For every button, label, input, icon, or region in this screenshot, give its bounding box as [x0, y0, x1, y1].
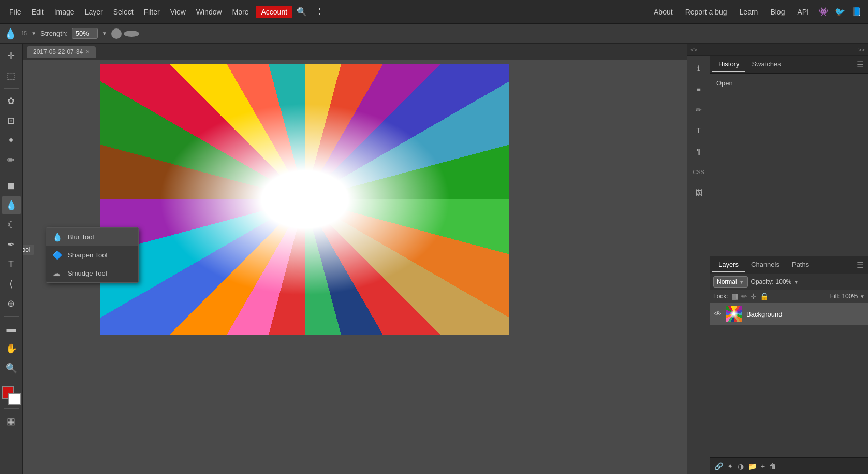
channels-tab[interactable]: Channels: [745, 257, 786, 272]
blur-tool-icon: 💧: [4, 27, 17, 40]
brush-tool-btn[interactable]: ✏: [2, 151, 21, 169]
crop-tool-btn[interactable]: ⊡: [2, 111, 21, 130]
menu-api[interactable]: API: [792, 6, 814, 18]
panel-collapse-bar-top: <> >>: [687, 44, 868, 56]
color-picker[interactable]: [2, 386, 21, 405]
opacity-value[interactable]: 100%: [776, 278, 792, 285]
menu-filter[interactable]: Filter: [139, 6, 165, 18]
fullscreen-icon[interactable]: ⛶: [309, 5, 323, 19]
group-btn[interactable]: 📁: [748, 462, 757, 470]
menu-window[interactable]: Window: [191, 6, 227, 18]
css-btn[interactable]: CSS: [689, 163, 708, 181]
fill-arrow[interactable]: ▼: [860, 294, 865, 299]
swatches-tab[interactable]: Swatches: [745, 57, 787, 72]
lock-all-icon[interactable]: 🔒: [760, 292, 769, 300]
strength-value[interactable]: 50%: [72, 28, 98, 39]
search-icon[interactable]: 🔍: [295, 5, 309, 19]
pen-tool-btn[interactable]: ✒: [2, 235, 21, 254]
delete-layer-btn[interactable]: 🗑: [769, 462, 776, 470]
layers-tab-bar: Layers Channels Paths ☰: [710, 256, 868, 274]
background-color[interactable]: [8, 393, 21, 405]
tab-close-btn[interactable]: ×: [86, 48, 90, 55]
canvas-area: 2017-05-22-07-34 × 💧 Blur Tool Blur Tool…: [23, 44, 687, 474]
tool-options-bar: 💧 15 ▼ Strength: 50% ▼: [0, 24, 868, 44]
collapse-left-btn[interactable]: <>: [690, 47, 697, 53]
menu-layer[interactable]: Layer: [80, 6, 108, 18]
brush-mini-btn[interactable]: ✏: [689, 100, 708, 119]
lock-transparent-icon[interactable]: ▦: [731, 292, 738, 300]
popup-sharpen-label: Sharpen Tool: [68, 251, 107, 259]
history-tab[interactable]: History: [712, 57, 745, 72]
link-layers-btn[interactable]: 🔗: [714, 462, 723, 470]
canvas-image[interactable]: [100, 64, 509, 335]
mask-btn[interactable]: ◑: [738, 462, 744, 470]
toolbar-separator-5: [4, 408, 19, 409]
eye-tool-btn[interactable]: ⊕: [2, 294, 21, 313]
path-tool-btn[interactable]: ⟨: [2, 275, 21, 293]
hand-tool-btn[interactable]: ✋: [2, 339, 21, 358]
menu-blog[interactable]: Blog: [765, 6, 790, 18]
layers-tab[interactable]: Layers: [712, 257, 745, 272]
tool-size-label: 15: [21, 31, 27, 36]
shape-tool-btn[interactable]: ▬: [2, 320, 21, 338]
layer-effects-btn[interactable]: ✦: [727, 462, 733, 470]
popup-smudge-label: Smudge Tool: [68, 269, 107, 277]
blend-mode-select[interactable]: Normal ▼: [713, 276, 748, 288]
para-mini-btn[interactable]: ¶: [689, 142, 708, 161]
menu-account[interactable]: Account: [256, 6, 292, 18]
popup-blur-tool[interactable]: 💧 Blur Tool Blur Tool: [46, 228, 138, 246]
menu-file[interactable]: File: [4, 6, 26, 18]
toolbar-separator-4: [4, 381, 19, 381]
move-tool-btn[interactable]: ✛: [2, 47, 21, 65]
fill-tool-btn[interactable]: ◼: [2, 176, 21, 195]
document-tab[interactable]: 2017-05-22-07-34 ×: [27, 46, 96, 58]
menu-report-bug[interactable]: Report a bug: [680, 6, 732, 18]
new-layer-btn[interactable]: +: [761, 462, 765, 470]
tab-label: 2017-05-22-07-34: [33, 48, 83, 55]
history-menu-btn[interactable]: ☰: [855, 58, 866, 71]
layer-visibility-icon[interactable]: 👁: [714, 310, 722, 318]
heal-tool-btn[interactable]: ✦: [2, 131, 21, 150]
popup-blur-label: Blur Tool: [68, 233, 94, 241]
dodge-tool-btn[interactable]: ☾: [2, 216, 21, 234]
menu-select[interactable]: Select: [108, 6, 139, 18]
blur-tool-btn[interactable]: 💧: [2, 196, 21, 214]
twitter-icon[interactable]: 🐦: [833, 5, 847, 19]
marquee-tool-btn[interactable]: ⬚: [2, 66, 21, 85]
history-section: History Swatches ☰ Open: [710, 56, 868, 256]
collapse-right-btn[interactable]: >>: [858, 47, 865, 53]
paths-tab[interactable]: Paths: [786, 257, 815, 272]
lasso-tool-btn[interactable]: ✿: [2, 92, 21, 110]
popup-smudge-tool[interactable]: ☁ Smudge Tool: [46, 264, 138, 282]
lock-position-icon[interactable]: ✛: [751, 292, 757, 300]
opacity-arrow[interactable]: ▼: [793, 279, 799, 285]
facebook-icon[interactable]: 📘: [849, 5, 864, 19]
layers-section: Layers Channels Paths ☰ Normal ▼ Opacity…: [710, 256, 868, 474]
size-dropdown-arrow[interactable]: ▼: [31, 31, 36, 36]
history-tab-bar: History Swatches ☰: [710, 56, 868, 74]
lock-pixels-icon[interactable]: ✏: [741, 292, 747, 300]
zoom-tool-btn[interactable]: 🔍: [2, 359, 21, 378]
blend-mode-arrow[interactable]: ▼: [739, 279, 744, 285]
reddit-icon[interactable]: 👾: [816, 5, 831, 19]
fill-value[interactable]: 100%: [842, 293, 858, 300]
quick-mask-btn[interactable]: ▦: [2, 412, 21, 430]
brush-shape-round[interactable]: [111, 28, 122, 39]
levels-tool-btn[interactable]: ≡: [689, 80, 708, 98]
info-tool-btn[interactable]: ℹ: [689, 59, 708, 78]
menu-view[interactable]: View: [165, 6, 191, 18]
image-mini-btn[interactable]: 🖼: [689, 183, 708, 202]
menu-image[interactable]: Image: [49, 6, 80, 18]
type-tool-btn[interactable]: T: [2, 255, 21, 274]
history-item-open[interactable]: Open: [716, 78, 862, 89]
menu-more[interactable]: More: [227, 6, 254, 18]
strength-dropdown-arrow[interactable]: ▼: [102, 31, 107, 36]
layers-menu-btn[interactable]: ☰: [855, 258, 866, 272]
popup-sharpen-tool[interactable]: 🔷 Sharpen Tool: [46, 246, 138, 264]
menu-learn[interactable]: Learn: [734, 6, 763, 18]
type-mini-btn[interactable]: T: [689, 121, 708, 140]
layer-item-background[interactable]: 👁 Background: [710, 303, 868, 325]
menu-about[interactable]: About: [649, 6, 678, 18]
brush-shape-soft[interactable]: [124, 31, 139, 37]
menu-edit[interactable]: Edit: [26, 6, 49, 18]
